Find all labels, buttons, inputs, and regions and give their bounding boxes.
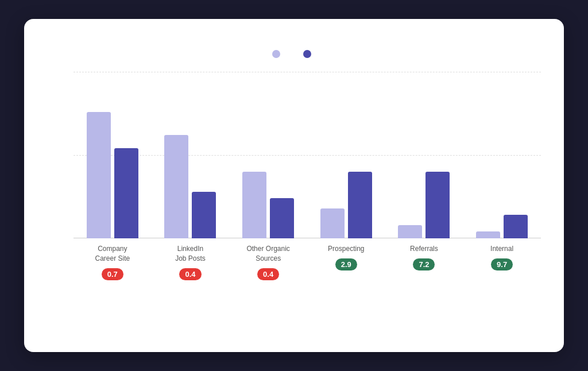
hire-bar xyxy=(114,148,138,238)
below-group: Prospecting2.9 xyxy=(318,238,375,280)
bar-label: LinkedInJob Posts xyxy=(175,244,206,264)
ratio-badge: 0.4 xyxy=(257,268,279,280)
ratio-badge: 9.7 xyxy=(491,258,513,270)
hire-bar xyxy=(270,198,294,238)
bar-label: Internal xyxy=(490,244,513,254)
legend-candidates xyxy=(272,50,285,58)
hire-bar xyxy=(504,215,528,238)
bar-group xyxy=(476,215,528,238)
chart-card: CompanyCareer Site0.7LinkedInJob Posts0.… xyxy=(24,19,564,352)
bars-container xyxy=(74,72,541,238)
candidate-bar xyxy=(242,172,266,238)
below-group: CompanyCareer Site0.7 xyxy=(84,238,141,280)
bar-label: Other OrganicSources xyxy=(246,244,289,264)
bar-group xyxy=(320,172,372,238)
below-group: Referrals7.2 xyxy=(395,238,452,280)
hire-bar xyxy=(425,172,450,238)
candidates-dot xyxy=(272,50,280,58)
candidate-bar xyxy=(398,225,422,238)
bar-label: Prospecting xyxy=(328,244,364,254)
ratio-badge: 2.9 xyxy=(335,258,357,270)
bar-label: CompanyCareer Site xyxy=(95,244,130,264)
bar-group xyxy=(164,135,216,238)
candidate-bar xyxy=(476,231,500,238)
chart-legend xyxy=(47,50,541,58)
bar-group xyxy=(398,172,450,238)
candidate-bar xyxy=(320,208,345,238)
candidate-bar xyxy=(164,135,188,238)
bar-label: Referrals xyxy=(410,244,438,254)
candidate-bar xyxy=(87,112,111,238)
ratio-badge: 0.7 xyxy=(102,268,123,280)
bar-group xyxy=(242,172,294,238)
below-group: LinkedInJob Posts0.4 xyxy=(161,238,219,280)
hires-dot xyxy=(303,50,311,58)
ratio-badge: 7.2 xyxy=(413,258,435,270)
ratio-badge: 0.4 xyxy=(179,268,201,280)
bar-group xyxy=(87,112,138,238)
hire-bar xyxy=(192,192,216,238)
legend-hires xyxy=(303,50,316,58)
below-group: Internal9.7 xyxy=(473,238,531,280)
hire-bar xyxy=(348,172,372,238)
below-group: Other OrganicSources0.4 xyxy=(239,238,297,280)
